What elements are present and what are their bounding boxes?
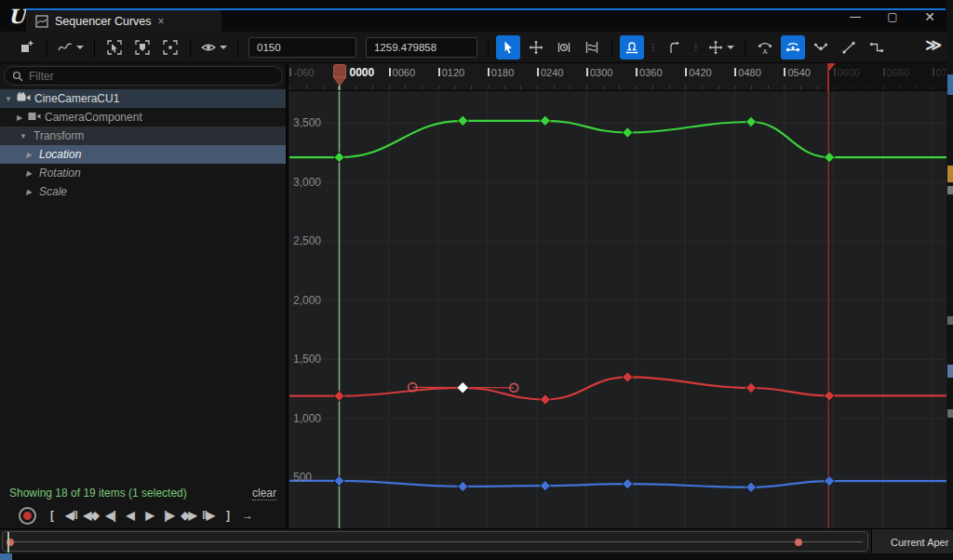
snap-time-toggle-button[interactable]: [620, 35, 644, 60]
axis-snapping-button[interactable]: [705, 35, 737, 60]
toolbar-separator: [47, 38, 47, 57]
marquee-select-mode-button[interactable]: [130, 35, 154, 60]
tree-row-scale[interactable]: ▶Scale: [0, 182, 286, 201]
curve-location-z[interactable]: [289, 481, 946, 487]
tangent-broken-button[interactable]: [809, 35, 833, 60]
transform-tool-button[interactable]: [524, 35, 548, 60]
tree-row-transform[interactable]: ▼Transform: [0, 127, 286, 145]
multi-stretch-tool-button[interactable]: [580, 35, 604, 60]
curve-location-y[interactable]: [289, 377, 946, 399]
toolbar-separator: [745, 38, 745, 57]
sliver-fragment: [947, 316, 953, 325]
curve-key[interactable]: [540, 481, 550, 491]
ruler-tick: [586, 68, 588, 76]
ruler-minor-tick: [372, 86, 373, 89]
range-start-button[interactable]: [: [44, 506, 60, 525]
flatten-tangents-button[interactable]: [663, 35, 687, 60]
minimize-button[interactable]: —: [845, 7, 866, 26]
loop-mode-button[interactable]: →: [239, 506, 255, 525]
expander-icon[interactable]: ▼: [4, 95, 13, 103]
tree-row-cinecameracu1[interactable]: ▼CineCameraCU1: [0, 89, 286, 108]
curve-key[interactable]: [334, 391, 344, 401]
close-button[interactable]: ✕: [919, 7, 940, 26]
tab-close-icon[interactable]: ×: [158, 15, 165, 28]
search-icon: [12, 71, 23, 82]
create-curve-asset-button[interactable]: [15, 35, 39, 60]
curve-key[interactable]: [745, 482, 756, 492]
curve-key[interactable]: [334, 152, 344, 162]
frame-selection-button[interactable]: [158, 35, 182, 60]
range-end-handle[interactable]: [795, 539, 802, 546]
tangent-cusp-auto-button[interactable]: A: [753, 35, 777, 60]
range-end-button[interactable]: ]: [220, 506, 235, 525]
ruler-tick-label: 0300: [590, 67, 612, 78]
ruler-tick-label: 0360: [639, 67, 662, 78]
time-range-scrollbar[interactable]: [2, 531, 868, 552]
tree-row-cameracomponent[interactable]: ▶CameraComponent: [0, 108, 286, 127]
sliver-fragment: [947, 409, 953, 418]
curve-graph[interactable]: -060006001200180024003000360042004800540…: [289, 63, 946, 528]
next-frame-button[interactable]: |▶: [161, 506, 177, 525]
ruler-minor-tick: [603, 86, 604, 89]
record-button[interactable]: [19, 507, 36, 525]
curve-key[interactable]: [745, 116, 756, 127]
expander-icon[interactable]: ▶: [24, 151, 34, 159]
curve-key[interactable]: [458, 115, 468, 126]
curve-location-x[interactable]: [289, 121, 946, 157]
expander-icon[interactable]: ▶: [24, 169, 34, 178]
previous-key-button[interactable]: ◀◆: [83, 506, 99, 525]
tree-row-label: Transform: [34, 129, 84, 142]
retime-tool-button[interactable]: [552, 35, 576, 60]
tangent-linear-button[interactable]: [837, 35, 861, 60]
curve-options-button[interactable]: [55, 35, 87, 60]
curve-tree: ▼CineCameraCU1▶CameraComponent▼Transform…: [0, 89, 286, 201]
to-end-button[interactable]: ‖▶: [200, 506, 216, 525]
curve-key[interactable]: [540, 394, 550, 405]
expander-icon[interactable]: ▶: [15, 113, 24, 122]
filter-box[interactable]: [4, 66, 283, 86]
expander-icon[interactable]: ▶: [24, 188, 34, 196]
curve-visibility-button[interactable]: [198, 35, 230, 60]
tree-row-rotation[interactable]: ▶Rotation: [0, 164, 286, 182]
curve-key[interactable]: [745, 382, 756, 393]
curve-key[interactable]: [623, 372, 633, 382]
current-time-field[interactable]: [248, 37, 356, 58]
tangent-constant-button[interactable]: [865, 35, 889, 60]
ruler-tick: [685, 68, 687, 76]
curve-key-selected[interactable]: [457, 382, 468, 393]
play-forward-button[interactable]: ▶: [141, 506, 157, 525]
clear-filter-link[interactable]: clear: [252, 487, 276, 500]
playback-end-marker[interactable]: [827, 63, 837, 91]
sequencer-curves-window: U Sequencer Curves × — ▢ ✕ ⋮⋮A ≫ ▼CineCa…: [0, 0, 953, 560]
pointer-tool-button[interactable]: [496, 35, 520, 60]
playhead-marker-icon[interactable]: [332, 64, 347, 90]
ruler-minor-tick: [800, 86, 801, 89]
tangent-smooth-auto-button[interactable]: [781, 35, 805, 60]
select-keys-mode-button[interactable]: [102, 35, 127, 60]
expander-icon[interactable]: ▼: [19, 132, 28, 140]
to-front-button[interactable]: ◀‖: [63, 506, 79, 525]
toolbar-overflow-chevrons[interactable]: ≫: [925, 35, 942, 55]
curve-plot[interactable]: [289, 91, 946, 528]
ruler-minor-tick: [817, 86, 818, 89]
play-reverse-button[interactable]: ◀: [122, 506, 138, 525]
next-key-button[interactable]: ◆▶: [181, 506, 196, 525]
range-playhead-marker[interactable]: [7, 532, 9, 553]
tree-row-label: Rotation: [39, 167, 81, 180]
maximize-button[interactable]: ▢: [882, 7, 903, 26]
filter-input[interactable]: [29, 70, 262, 83]
value-axis-label: 3,500: [293, 116, 321, 129]
tab-sequencer-curves[interactable]: Sequencer Curves ×: [26, 10, 221, 32]
time-ruler[interactable]: -060006001200180024003000360042004800540…: [289, 63, 946, 91]
key-value-field[interactable]: [366, 37, 477, 58]
curve-key[interactable]: [623, 127, 633, 138]
curve-key[interactable]: [623, 479, 633, 489]
curve-tree-panel: ▼CineCameraCU1▶CameraComponent▼Transform…: [0, 63, 288, 528]
curve-key[interactable]: [458, 481, 468, 491]
ruler-tick: [784, 68, 785, 76]
ruler-minor-tick: [570, 86, 570, 89]
previous-frame-button[interactable]: ◀|: [102, 506, 118, 525]
tree-row-location[interactable]: ▶Location: [0, 145, 286, 164]
curve-key[interactable]: [540, 115, 550, 126]
chevron-down-icon: [220, 46, 227, 49]
